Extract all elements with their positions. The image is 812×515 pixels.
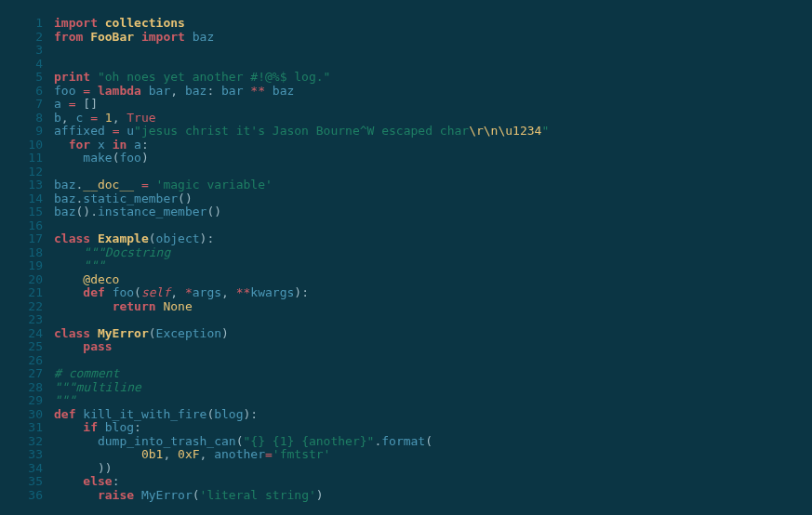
token-com: # comment [54, 366, 119, 380]
token-kw: else [83, 474, 112, 488]
token-punc: () [206, 205, 221, 218]
code-line[interactable]: make(foo) [54, 152, 812, 165]
line-number: 16 [0, 219, 43, 233]
code-line[interactable]: affixed = u"jesus christ it's Jason Bour… [54, 125, 812, 139]
token-name: baz [185, 84, 206, 98]
code-line[interactable]: baz.__doc__ = 'magic variable' [54, 178, 812, 192]
code-line[interactable] [54, 219, 812, 233]
line-number: 14 [0, 192, 43, 206]
token-str: "jesus christ it's Jason Bourne^W escape… [134, 124, 469, 138]
token-fn: dump_into_trash_can [98, 434, 236, 448]
token-name: a [54, 97, 61, 111]
token-op: ** [250, 84, 265, 98]
token-punc: (). [75, 205, 97, 218]
token-punc [83, 111, 90, 125]
code-line[interactable]: from FooBar import baz [54, 31, 812, 45]
code-line[interactable]: dump_into_trash_can("{} {1} {another}".f… [54, 435, 812, 449]
token-name: bar [149, 84, 170, 98]
line-number: 34 [0, 462, 43, 476]
token-op: = [265, 447, 273, 461]
token-doc: """multiline [54, 380, 141, 394]
token-punc [54, 420, 83, 434]
token-name: args [193, 285, 221, 299]
token-bool: True [126, 111, 155, 125]
token-punc [98, 111, 105, 125]
code-line[interactable]: baz().instance_member() [54, 205, 812, 219]
token-doc: """ [54, 393, 75, 407]
code-area[interactable]: import collectionsfrom FooBar import baz… [54, 17, 812, 502]
token-punc: : [206, 84, 221, 98]
token-name: kwargs [250, 285, 294, 299]
token-punc: ( [149, 231, 156, 245]
code-line[interactable]: def foo(self, *args, **kwargs): [54, 286, 812, 300]
code-line[interactable]: print "oh noes yet another #!@%$ log." [54, 71, 812, 85]
code-line[interactable]: 0b1, 0xF, another='fmtstr' [54, 448, 812, 462]
line-number: 21 [0, 286, 43, 300]
token-mem: instance_member [98, 205, 206, 218]
token-punc [90, 84, 98, 98]
token-name: foo [119, 151, 140, 165]
token-fn: make [83, 151, 112, 165]
code-line[interactable]: raise MyError('literal string') [54, 489, 812, 503]
code-line[interactable]: class MyError(Exception) [54, 327, 812, 341]
token-name: baz [54, 178, 75, 191]
line-number: 9 [0, 125, 43, 139]
token-name: another [214, 447, 265, 461]
code-line[interactable]: def kill_it_with_fire(blog): [54, 408, 812, 422]
code-line[interactable]: baz.static_member() [54, 192, 812, 206]
token-name: baz [273, 84, 294, 98]
line-number: 31 [0, 421, 43, 435]
token-punc [54, 434, 98, 448]
code-line[interactable] [54, 313, 812, 327]
token-punc [54, 285, 83, 299]
token-op: ** [236, 285, 251, 299]
token-name: Exception [156, 326, 221, 340]
token-punc: () [178, 191, 193, 205]
line-number: 20 [0, 273, 43, 287]
code-line[interactable] [54, 354, 812, 368]
token-kw: def [83, 285, 104, 299]
code-line[interactable]: """ [54, 394, 812, 408]
line-number: 22 [0, 300, 43, 314]
code-line[interactable]: return None [54, 300, 812, 314]
token-punc [61, 97, 69, 111]
line-number: 6 [0, 85, 43, 99]
token-op: = [90, 111, 98, 125]
code-line[interactable]: pass [54, 340, 812, 354]
code-line[interactable]: # comment [54, 367, 812, 381]
line-number: 29 [0, 394, 43, 408]
token-op: = [141, 178, 149, 191]
code-line[interactable]: else: [54, 475, 812, 489]
token-punc: ) [141, 151, 149, 165]
token-deco: @deco [83, 272, 119, 286]
token-punc: ( [193, 488, 200, 502]
code-line[interactable]: )) [54, 462, 812, 476]
token-punc [185, 30, 193, 44]
code-line[interactable]: a = [] [54, 98, 812, 112]
code-line[interactable]: """multiline [54, 381, 812, 395]
token-punc: , [170, 285, 185, 299]
code-line[interactable]: foo = lambda bar, baz: bar ** baz [54, 85, 812, 99]
code-line[interactable]: class Example(object): [54, 232, 812, 246]
token-name: b [54, 111, 61, 125]
token-name: baz [54, 205, 75, 218]
code-line[interactable] [54, 44, 812, 58]
code-line[interactable]: if blog: [54, 421, 812, 435]
token-punc: , [221, 285, 236, 299]
code-line[interactable]: """ [54, 259, 812, 273]
token-imp2: import [141, 30, 185, 44]
code-line[interactable] [54, 165, 812, 179]
token-punc [134, 488, 141, 502]
token-punc [98, 16, 105, 30]
code-line[interactable]: @deco [54, 273, 812, 287]
token-name: baz [193, 30, 214, 44]
code-line[interactable]: b, c = 1, True [54, 112, 812, 125]
token-name: blog [214, 407, 243, 421]
code-line[interactable]: import collections [54, 17, 812, 31]
line-number-gutter: 1234567891011121314151617181920212223242… [0, 17, 54, 502]
line-number: 7 [0, 98, 43, 112]
code-line[interactable] [54, 58, 812, 72]
token-punc: ): [244, 407, 259, 421]
code-line[interactable]: for x in a: [54, 139, 812, 152]
code-line[interactable]: """Docstring [54, 246, 812, 260]
